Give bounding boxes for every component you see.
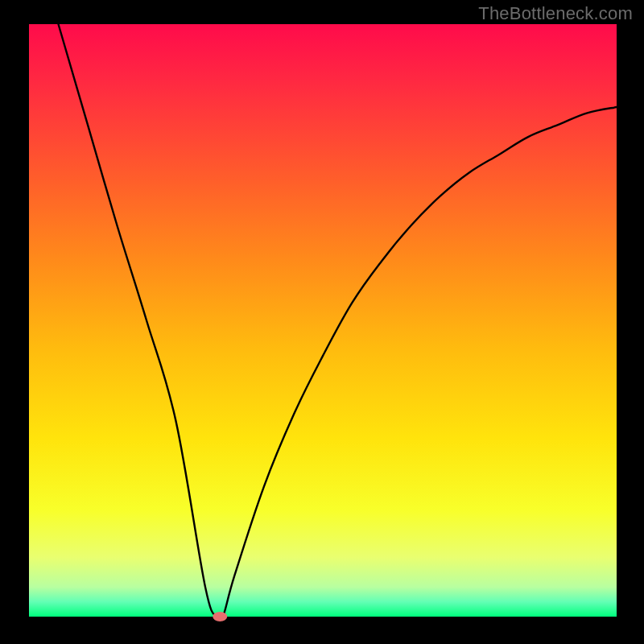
optimum-marker (213, 612, 227, 621)
chart-frame: TheBottleneck.com (0, 0, 644, 644)
bottleneck-chart (0, 0, 644, 644)
plot-background (29, 24, 617, 617)
watermark-text: TheBottleneck.com (478, 3, 633, 24)
